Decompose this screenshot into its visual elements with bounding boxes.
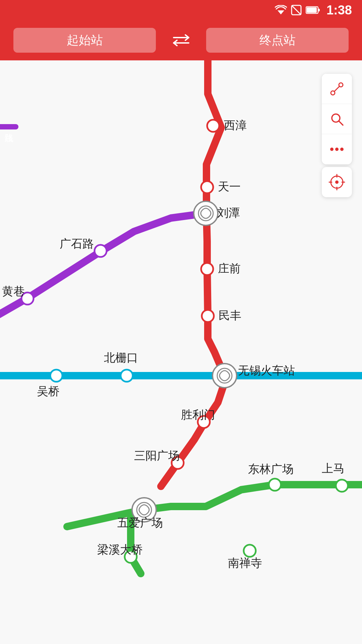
status-bar: 1:38 (0, 0, 362, 20)
wifi-icon (275, 5, 287, 15)
nanchansi-label: 南禅寺 (228, 556, 262, 569)
tool-panel (322, 74, 352, 197)
shangma-label: 上马 (322, 462, 345, 475)
tool-group-main (322, 74, 352, 164)
metro-map-svg: 西漳 天一 刘潭 庄前 民丰 无锡火车站 胜利门 三阳广场 吴桥 北栅口 (0, 60, 362, 644)
status-time: 1:38 (326, 3, 352, 17)
svg-rect-4 (307, 7, 317, 13)
svg-point-13 (330, 148, 334, 151)
tianyi-label: 天一 (218, 180, 241, 193)
liutan-label: 刘潭 (217, 206, 240, 219)
svg-line-10 (334, 86, 340, 92)
swap-button[interactable] (169, 29, 193, 52)
svg-point-27 (202, 310, 214, 322)
svg-rect-5 (318, 9, 320, 11)
app-header: 起始站 终点站 (0, 20, 362, 60)
svg-point-22 (207, 120, 219, 132)
more-tool-button[interactable] (322, 134, 352, 164)
guangshilu-label: 广石路 (60, 237, 94, 250)
svg-line-12 (339, 121, 343, 125)
svg-point-23 (201, 181, 213, 193)
donglin-label: 东林广场 (248, 463, 294, 475)
start-station-button[interactable]: 起始站 (13, 28, 156, 53)
svg-line-2 (292, 5, 301, 15)
svg-point-34 (95, 245, 107, 257)
svg-point-26 (201, 263, 213, 275)
svg-point-24 (194, 201, 218, 225)
sanyang-label: 三阳广场 (134, 449, 180, 462)
svg-point-32 (50, 370, 62, 382)
svg-point-40 (244, 545, 256, 557)
svg-point-41 (336, 480, 348, 492)
sim-icon (291, 5, 302, 15)
battery-icon (306, 6, 320, 14)
locate-button[interactable] (322, 167, 352, 197)
map-area[interactable]: 线路 (0, 60, 362, 644)
wuxi-station-label: 无锡火车站 (238, 364, 295, 377)
svg-point-14 (335, 148, 339, 151)
svg-point-38 (269, 479, 281, 491)
xitan-label: 西漳 (224, 119, 247, 131)
end-station-button[interactable]: 终点站 (206, 28, 349, 53)
search-tool-button[interactable] (322, 104, 352, 134)
shenglimen-label: 胜利门 (181, 408, 215, 421)
line-label-left: 线路 (0, 124, 18, 129)
status-icons (275, 5, 320, 15)
wuqiao-label: 吴桥 (37, 385, 60, 397)
beizhako-label: 北栅口 (104, 351, 138, 364)
liangxi-label: 梁溪大桥 (97, 543, 143, 556)
route-tool-button[interactable] (322, 74, 352, 104)
svg-point-33 (121, 370, 133, 382)
zhuangqian-label: 庄前 (218, 262, 241, 275)
huangjuan-label: 黄巷 (2, 285, 25, 298)
svg-point-15 (340, 148, 344, 151)
minfeng-label: 民丰 (219, 309, 241, 322)
wuai-label: 五爱广场 (117, 516, 163, 529)
svg-marker-0 (278, 10, 284, 14)
svg-point-28 (213, 364, 237, 388)
svg-point-17 (335, 180, 339, 184)
